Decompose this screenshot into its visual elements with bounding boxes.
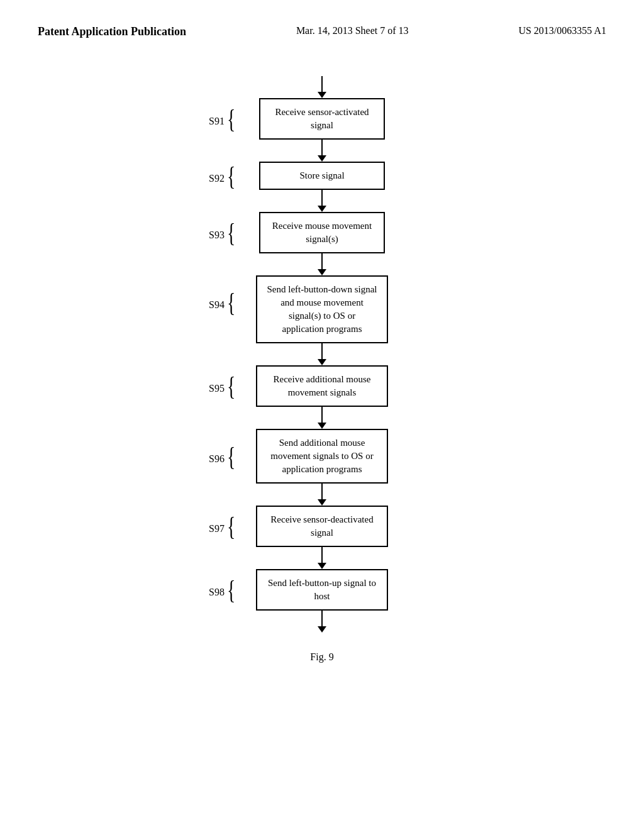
step-s91-label: S91 {	[209, 110, 235, 128]
step-s96-container: S96 { Send additional mouse movement sig…	[196, 429, 448, 484]
step-s92-container: S92 { Store signal	[196, 162, 448, 190]
step-s92-box: Store signal	[259, 162, 385, 190]
flowchart-diagram: S91 { Receive sensor-activated signal S9…	[38, 76, 606, 663]
step-s98-box: Send left-button-up signal to host	[256, 569, 388, 611]
page: Patent Application Publication Mar. 14, …	[0, 0, 644, 830]
step-s93-container: S93 { Receive mouse movement signal(s)	[196, 212, 448, 253]
step-s94-container: S94 { Send left-button-down signal and m…	[196, 275, 448, 343]
step-s94-label: S94 {	[209, 294, 235, 311]
step-s93-label: S93 {	[209, 224, 235, 241]
step-s95-label: S95 {	[209, 377, 235, 395]
step-s96-box: Send additional mouse movement signals t…	[256, 429, 388, 484]
arrow-s96-s97	[318, 484, 326, 506]
step-s97-container: S97 { Receive sensor-deactivated signal	[196, 506, 448, 547]
step-s92-label: S92 {	[209, 167, 235, 185]
arrow-s97-s98	[318, 547, 326, 569]
final-arrow	[318, 611, 326, 633]
patent-number: US 2013/0063355 A1	[518, 25, 606, 36]
arrow-s95-s96	[318, 407, 326, 429]
initial-arrow	[318, 76, 326, 98]
step-s96-label: S96 {	[209, 448, 235, 465]
arrow-s93-s94	[318, 253, 326, 275]
step-s98-label: S98 {	[209, 581, 235, 599]
step-s97-box: Receive sensor-deactivated signal	[256, 506, 388, 547]
arrow-s92-s93	[318, 190, 326, 212]
sheet-info: Mar. 14, 2013 Sheet 7 of 13	[296, 25, 409, 36]
arrow-s94-s95	[318, 343, 326, 365]
publication-label: Patent Application Publication	[38, 25, 186, 38]
step-s95-box: Receive additional mouse movement signal…	[256, 365, 388, 407]
page-header: Patent Application Publication Mar. 14, …	[38, 25, 606, 38]
step-s98-container: S98 { Send left-button-up signal to host	[196, 569, 448, 611]
arrow-s91-s92	[318, 140, 326, 162]
step-s94-box: Send left-button-down signal and mouse m…	[256, 275, 388, 343]
step-s97-label: S97 {	[209, 517, 235, 535]
step-s95-container: S95 { Receive additional mouse movement …	[196, 365, 448, 407]
figure-caption: Fig. 9	[310, 651, 333, 663]
step-s93-box: Receive mouse movement signal(s)	[259, 212, 385, 253]
step-s91-container: S91 { Receive sensor-activated signal	[196, 98, 448, 140]
step-s91-box: Receive sensor-activated signal	[259, 98, 385, 140]
